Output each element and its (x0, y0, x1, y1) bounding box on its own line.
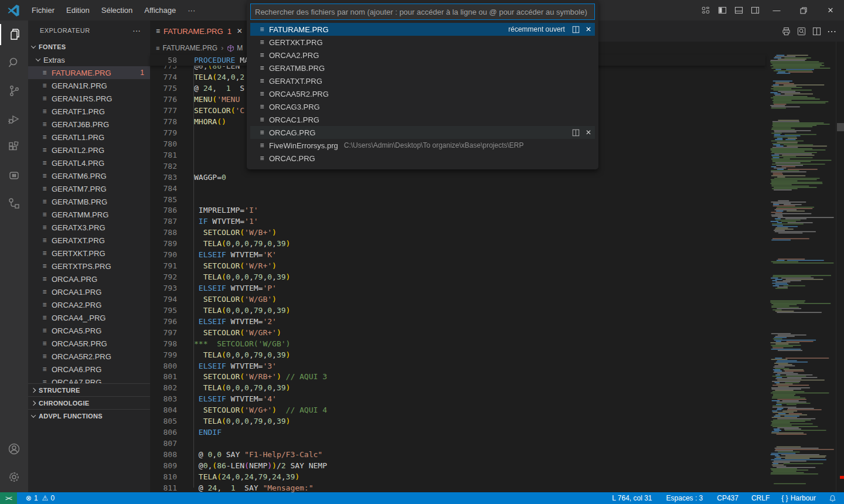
remote-indicator[interactable]: >< (0, 492, 17, 504)
code-line-802[interactable]: 802 TELA(0,0,0,79,0,39) (150, 382, 765, 393)
section-advpl-functions[interactable]: ADVPL FUNCTIONS (28, 409, 150, 422)
code-line-783[interactable]: 783WAGGP=0 (150, 172, 765, 183)
code-line-786[interactable]: 786 IMPRELIMP='I' (150, 205, 765, 216)
explorer-file-orcaa5.prg[interactable]: ≡ORCAA5.PRG (28, 324, 150, 337)
code-line-797[interactable]: 797 SETCOLOR('W/GR+') (150, 327, 765, 338)
explorer-file-geratj6b.prg[interactable]: ≡GERATJ6B.PRG (28, 118, 150, 131)
code-line-808[interactable]: 808 @ 0,0 SAY "F1-Help/F3-Calc" (150, 449, 765, 460)
explorer-file-geratl1.prg[interactable]: ≡GERATL1.PRG (28, 131, 150, 144)
editor-scrollbar[interactable] (836, 21, 844, 492)
explorer-file-faturame.prg[interactable]: ≡FATURAME.PRG1 (28, 66, 150, 79)
code-line-804[interactable]: 804 SETCOLOR('W/G+') // AQUI 4 (150, 404, 765, 416)
restore-button[interactable] (790, 0, 817, 21)
explorer-file-geran1rs.prg[interactable]: ≡GERAN1RS.PRG (28, 92, 150, 105)
eol-setting[interactable]: CRLF (747, 494, 774, 502)
explorer-file-geratmb.prg[interactable]: ≡GERATMB.PRG (28, 195, 150, 208)
quick-open-item-orcag.prg[interactable]: ≡ORCAG.PRG✕ (250, 126, 595, 139)
explorer-file-geratf1.prg[interactable]: ≡GERATF1.PRG (28, 105, 150, 118)
code-line-798[interactable]: 798*** SETCOLOR('W/GB') (150, 338, 765, 349)
open-to-side-icon[interactable] (572, 129, 580, 137)
settings-gear-icon[interactable] (0, 463, 28, 491)
toggle-secondary-sidebar-icon[interactable] (747, 2, 763, 19)
code-line-805[interactable]: 805 TELA(0,0,0,79,0,39) (150, 416, 765, 427)
quick-open-item-orcaa2.prg[interactable]: ≡ORCAA2.PRG (250, 49, 595, 62)
explorer-file-geratm7.prg[interactable]: ≡GERATM7.PRG (28, 182, 150, 195)
minimize-button[interactable]: — (763, 0, 790, 21)
explorer-root-fontes[interactable]: FONTES (28, 40, 150, 53)
explorer-file-orcaa5r2.prg[interactable]: ≡ORCAA5R2.PRG (28, 350, 150, 363)
print-icon[interactable] (778, 23, 794, 39)
remove-from-list-icon[interactable]: ✕ (586, 128, 591, 137)
code-line-796[interactable]: 796 ELSEIF WTVTEM='2' (150, 316, 765, 327)
sidebar-item-explorer[interactable] (0, 21, 28, 49)
explorer-file-orcaa.prg[interactable]: ≡ORCAA.PRG (28, 273, 150, 285)
code-line-793[interactable]: 793 ELSEIF WTVTEM='P' (150, 282, 765, 294)
toggle-panel-icon[interactable] (730, 2, 747, 19)
explorer-file-geratx3.prg[interactable]: ≡GERATX3.PRG (28, 221, 150, 234)
section-structure[interactable]: STRUCTURE (28, 383, 150, 396)
explorer-actions-icon[interactable]: ··· (128, 26, 145, 35)
explorer-file-orcaa1.prg[interactable]: ≡ORCAA1.PRG (28, 285, 150, 298)
code-line-807[interactable]: 807 (150, 438, 765, 449)
quick-open-item-geratxt.prg[interactable]: ≡GERATXT.PRG (250, 74, 595, 87)
language-mode[interactable]: { } Harbour (777, 494, 820, 502)
code-line-806[interactable]: 806 ENDIF (150, 427, 765, 438)
toggle-primary-sidebar-icon[interactable] (714, 2, 730, 19)
sidebar-item-extensions[interactable] (0, 133, 28, 161)
quick-open-item-geratmb.prg[interactable]: ≡GERATMB.PRG (250, 62, 595, 74)
code-line-784[interactable]: 784 (150, 183, 765, 194)
open-to-side-icon[interactable] (572, 26, 580, 33)
sidebar-item-search[interactable] (0, 49, 28, 77)
more-actions-icon[interactable]: ⋯ (824, 23, 839, 39)
code-line-799[interactable]: 799 TELA(0,0,0,79,0,39) (150, 349, 765, 360)
folder-extras[interactable]: Extras (28, 53, 150, 66)
account-icon[interactable] (0, 435, 28, 463)
code-line-792[interactable]: 792 TELA(0,0,0,79,0,39) (150, 271, 765, 282)
explorer-file-gertxtps.prg[interactable]: ≡GERTXTPS.PRG (28, 260, 150, 273)
notifications-bell[interactable] (825, 495, 840, 502)
indentation-setting[interactable]: Espaces : 3 (662, 494, 707, 502)
code-line-811[interactable]: 811 @ 24, 1 SAY "Mensagem:" (150, 482, 765, 492)
explorer-file-geratm6.prg[interactable]: ≡GERATM6.PRG (28, 169, 150, 182)
close-tab-icon[interactable]: ✕ (237, 27, 243, 35)
quick-open-input[interactable] (250, 4, 595, 20)
quick-open-item-orcac1.prg[interactable]: ≡ORCAC1.PRG (250, 113, 595, 126)
explorer-file-geratmm.prg[interactable]: ≡GERATMM.PRG (28, 208, 150, 221)
code-line-794[interactable]: 794 SETCOLOR('W/GB') (150, 294, 765, 305)
cursor-position[interactable]: L 764, col 31 (608, 494, 656, 502)
sidebar-item-chat[interactable] (0, 161, 28, 189)
explorer-file-orcaa4_.prg[interactable]: ≡ORCAA4_.PRG (28, 311, 150, 324)
explorer-file-orcaa2.prg[interactable]: ≡ORCAA2.PRG (28, 298, 150, 311)
sidebar-item-run-debug[interactable] (0, 105, 28, 133)
explorer-file-geran1r.prg[interactable]: ≡GERAN1R.PRG (28, 79, 150, 92)
explorer-file-orcaa6.prg[interactable]: ≡ORCAA6.PRG (28, 363, 150, 376)
explorer-file-geratl4.prg[interactable]: ≡GERATL4.PRG (28, 156, 150, 169)
minimap[interactable] (765, 21, 836, 492)
breadcrumb-symbol[interactable]: M (237, 44, 243, 52)
quick-open-item-orcaa5r2.prg[interactable]: ≡ORCAA5R2.PRG (250, 87, 595, 100)
explorer-file-orcaa7.prg[interactable]: ≡ORCAA7.PRG (28, 376, 150, 383)
code-line-801[interactable]: 801 SETCOLOR('W/RB+') // AQUI 3 (150, 371, 765, 382)
quick-open-item-fivewinerrorsys.prg[interactable]: ≡FiveWinErrorsys.prgC:\Users\Admin\Deskt… (250, 139, 595, 152)
quick-open-item-faturame.prg[interactable]: ≡FATURAME.PRGrécemment ouvert✕ (250, 23, 595, 36)
encoding-setting[interactable]: CP437 (713, 494, 743, 502)
code-line-803[interactable]: 803 ELSEIF WTVTEM='4' (150, 393, 765, 404)
quick-open-item-gertxkt.prg[interactable]: ≡GERTXKT.PRG (250, 36, 595, 49)
code-line-787[interactable]: 787 IF WTVTEM='1' (150, 216, 765, 227)
breadcrumb-file[interactable]: FATURAME.PRG (162, 44, 217, 52)
menu-slection[interactable]: Sélection (96, 0, 138, 21)
code-line-789[interactable]: 789 TELA(0,0,0,79,0,39) (150, 238, 765, 249)
code-line-790[interactable]: 790 ELSEIF WTVTEM='K' (150, 249, 765, 260)
close-window-button[interactable]: ✕ (817, 0, 844, 21)
menu-fichier[interactable]: Fichier (26, 0, 60, 21)
code-line-809[interactable]: 809 @0,(86-LEN(NEMP))/2 SAY NEMP (150, 460, 765, 471)
code-line-800[interactable]: 800 ELSEIF WTVTEM='3' (150, 360, 765, 372)
quick-open-item-orcag3.prg[interactable]: ≡ORCAG3.PRG (250, 100, 595, 113)
code-line-791[interactable]: 791 SETCOLOR('W/R+') (150, 260, 765, 271)
code-line-785[interactable]: 785 (150, 194, 765, 205)
menu-affichage[interactable]: Affichage (138, 0, 182, 21)
code-line-810[interactable]: 810 TELA(24,0,24,79,24,39) (150, 471, 765, 482)
scrollbar-thumb[interactable] (837, 123, 844, 131)
split-editor-icon[interactable] (809, 23, 824, 39)
sidebar-item-remote-explorer[interactable] (0, 189, 28, 217)
